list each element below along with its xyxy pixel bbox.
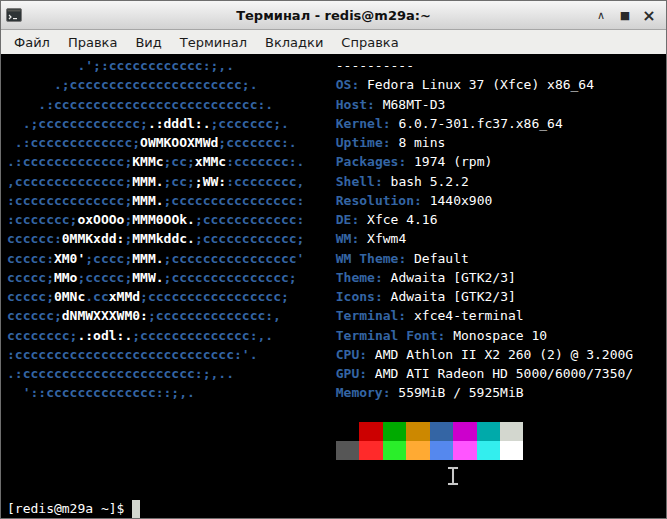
info-label: WM Theme: [336, 251, 406, 266]
palette-block [500, 441, 523, 460]
terminal-output: .';:cccccccccccc:;,. ---------- .;cccccc… [1, 54, 666, 518]
window-title: Терминал - redis@m29a:~ [1, 8, 666, 23]
info-label: CPU: [336, 347, 367, 362]
terminal-line: .:ccccccccccccc;KMMc;cc;xMMc:ccccccc:. P… [7, 152, 666, 171]
info-label: GPU: [336, 366, 367, 381]
menu-item-terminal[interactable]: Терминал [171, 32, 256, 53]
palette-block [336, 422, 359, 441]
terminal-line: :cccccccccccccc;MMM.;cccccccccccccccc: R… [7, 191, 666, 210]
palette-row [7, 441, 666, 460]
info-label: Shell: [336, 174, 383, 189]
palette-block [383, 422, 406, 441]
info-value: Monospace 10 [445, 328, 547, 343]
info-label: Kernel: [336, 116, 391, 131]
terminal-line: .;ccccccccccccc;.:dddl:.;ccccccc;. Kerne… [7, 114, 666, 133]
palette-block [477, 441, 500, 460]
maximize-button[interactable]: ■ [613, 5, 637, 26]
terminal-line: ccccc:XM0';cccc;MMM.;cccccccccccccccc' W… [7, 249, 666, 268]
info-value: M68MT-D3 [375, 97, 445, 112]
palette-block [430, 441, 453, 460]
palette-block [359, 422, 382, 441]
palette-row [7, 422, 666, 441]
info-label: DE: [336, 212, 359, 227]
info-label: Theme: [336, 270, 383, 285]
terminal-line: ccccc;MMo;ccccc;MMW.;ccccccccccccccc; Th… [7, 268, 666, 287]
info-label: Packages: [336, 154, 406, 169]
terminal-line: :cccccccccccccccccccccccccccc:'. CPU: AM… [7, 345, 666, 364]
info-value: bash 5.2.2 [383, 174, 469, 189]
palette-block [453, 441, 476, 460]
terminal-line: cccccccc;.:odl:.;cccccccccccccc:,. Termi… [7, 326, 666, 345]
info-value: Adwaita [GTK2/3] [383, 289, 516, 304]
info-label: Resolution: [336, 193, 422, 208]
terminal-line: .:cccccccccccccccccccccc:;,.. GPU: AMD A… [7, 364, 666, 383]
terminal-icon[interactable] [6, 7, 24, 23]
palette-block [383, 441, 406, 460]
info-value: 6.0.7-301.fc37.x86_64 [391, 116, 563, 131]
terminal-line: '::cccccccccccccc::;,. Memory: 559MiB / … [7, 383, 666, 402]
info-label: Uptime: [336, 135, 391, 150]
minimize-button[interactable]: ∧ [589, 5, 613, 26]
terminal-line: .';:cccccccccccc:;,. ---------- [7, 56, 666, 75]
palette-block [500, 422, 523, 441]
terminal-line: :ccccccc;oxOOOo;MMM0OOk.;cccccccccccc: D… [7, 210, 666, 229]
info-label: WM: [336, 231, 359, 246]
info-value: 1974 (rpm) [406, 154, 492, 169]
palette-block [359, 441, 382, 460]
terminal-line [7, 403, 666, 422]
palette-block [477, 422, 500, 441]
terminal-line [7, 480, 666, 499]
palette-block [453, 422, 476, 441]
menu-item-edit[interactable]: Правка [59, 32, 126, 53]
mouse-text-cursor-icon [448, 467, 458, 486]
info-value: 8 mins [391, 135, 446, 150]
info-value: Xfce 4.16 [359, 212, 437, 227]
palette-block [336, 441, 359, 460]
info-label: OS: [336, 77, 359, 92]
terminal-line: .:ccccccccccccc;OWMKOOXMWd;ccccccc:. Upt… [7, 133, 666, 152]
info-value: AMD ATI Radeon HD 5000/6000/7350/ [367, 366, 633, 381]
terminal-window: Терминал - redis@m29a:~ ∧ ■ × ФайлПравка… [0, 0, 667, 519]
info-label: Memory: [336, 385, 391, 400]
terminal-viewport[interactable]: .';:cccccccccccc:;,. ---------- .;cccccc… [1, 54, 666, 518]
info-value: AMD Athlon II X2 260 (2) @ 3.200G [367, 347, 633, 362]
terminal-line: ,cccccccccccccc;MMM.;cc;;WW::cccccccc, S… [7, 172, 666, 191]
terminal-line: .:cccccccccccccccccccccccccc:. Host: M68… [7, 95, 666, 114]
info-label: Terminal: [336, 308, 406, 323]
info-label: Terminal Font: [336, 328, 446, 343]
info-label: Host: [336, 97, 375, 112]
terminal-line: ccccc;0MNc.ccxMMd;ccccccccccccccccc; Ico… [7, 287, 666, 306]
info-label: Icons: [336, 289, 383, 304]
title-bar[interactable]: Терминал - redis@m29a:~ ∧ ■ × [1, 1, 666, 30]
info-value: 559MiB / 5925MiB [391, 385, 524, 400]
menu-item-help[interactable]: Справка [332, 32, 407, 53]
info-value: Fedora Linux 37 (Xfce) x86_64 [359, 77, 594, 92]
terminal-line: .;cccccccccccccccccccccc;. OS: Fedora Li… [7, 75, 666, 94]
terminal-cursor [132, 500, 140, 518]
info-value: xfce4-terminal [406, 308, 523, 323]
menu-bar: ФайлПравкаВидТерминалВкладкиСправка [1, 30, 666, 54]
menu-item-tabs[interactable]: Вкладки [256, 32, 332, 53]
info-value: Default [406, 251, 469, 266]
terminal-line: cccccc;dNMWXXXWM0:;cccccccccccccc:, Term… [7, 306, 666, 325]
palette-block [430, 422, 453, 441]
info-value: Xfwm4 [359, 231, 406, 246]
menu-item-view[interactable]: Вид [126, 32, 170, 53]
palette-block [406, 422, 429, 441]
info-value: Adwaita [GTK2/3] [383, 270, 516, 285]
close-button[interactable]: × [637, 5, 661, 26]
window-controls: ∧ ■ × [589, 5, 661, 26]
terminal-line: cccccc:0MMKxdd:;MMMkddc.;cccccccccccc; W… [7, 229, 666, 248]
menu-item-file[interactable]: Файл [5, 32, 59, 53]
terminal-line [7, 460, 666, 479]
palette-block [406, 441, 429, 460]
prompt-line: [redis@m29a ~]$ [7, 499, 666, 518]
info-value: 1440x900 [422, 193, 492, 208]
